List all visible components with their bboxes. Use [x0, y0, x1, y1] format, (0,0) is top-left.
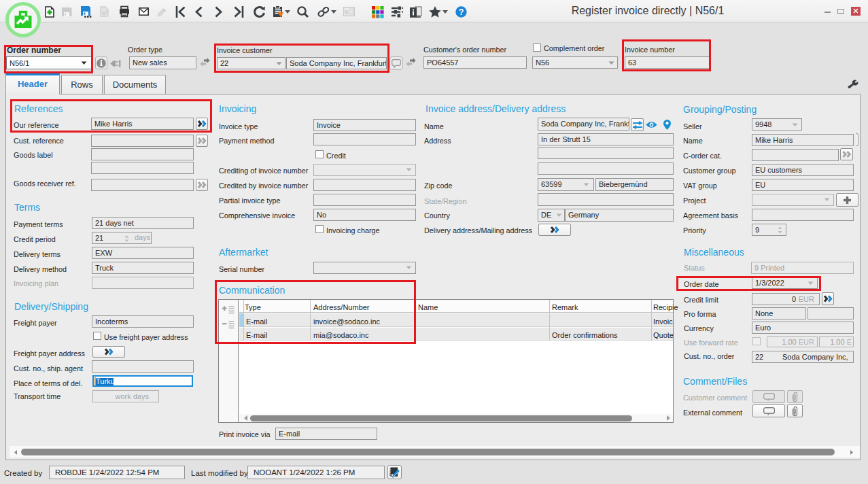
svg-text:?: ?: [459, 7, 464, 17]
